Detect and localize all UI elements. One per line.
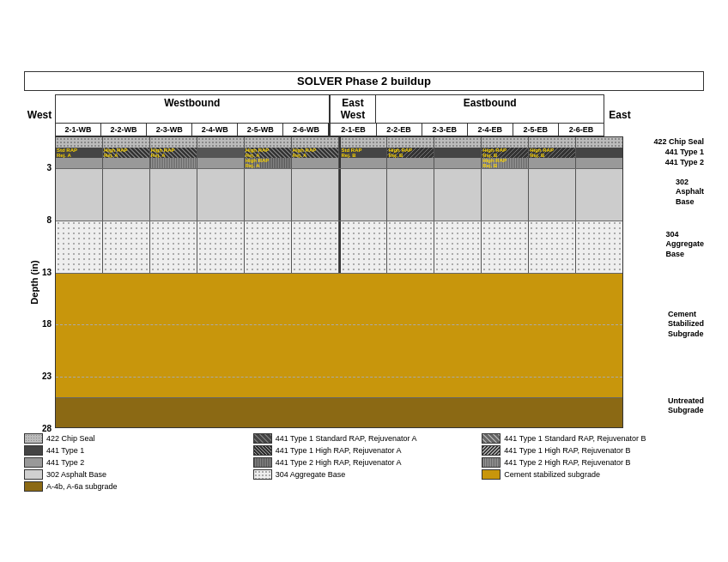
col-2-4-eb: High RAPRej. B High RAPRej. B xyxy=(482,137,529,273)
legend: 422 Chip Seal 441 Type 1 Standard RAP, R… xyxy=(24,433,704,492)
col-2-1-eb: Std RAPRej. B xyxy=(339,137,388,273)
sec-2-3-eb: 2-3-EB xyxy=(422,124,468,136)
depth-tick-8: 8 xyxy=(46,215,52,224)
legend-box-asphalt xyxy=(24,469,43,480)
col-2-5-eb: High RAPRej. B xyxy=(529,137,576,273)
col-2-4-wb xyxy=(197,137,245,273)
header-row: West Westbound EastWest Eastbound 2-1-WB… xyxy=(24,94,704,136)
legend-type2-high-rap-b: 441 Type 2 High RAP, Rejuvenator B xyxy=(482,457,704,468)
legend-label-std-rap-b: 441 Type 1 Standard RAP, Rejuvenator B xyxy=(504,434,646,443)
depth-axis: Depth (in) 3813182328 xyxy=(24,136,55,428)
chart-grid: Std RAPRej. A High RAPRej. A xyxy=(55,136,623,428)
legend-label-chipseal: 422 Chip Seal xyxy=(46,434,95,443)
sec-2-5-eb: 2-5-EB xyxy=(513,124,559,136)
sec-2-3-wb: 2-3-WB xyxy=(147,124,192,136)
legend-box-type2-high-rap-b xyxy=(482,457,500,468)
east-west-divider: EastWest xyxy=(330,95,377,123)
legend-aggregate: 304 Aggregate Base xyxy=(253,469,476,480)
legend-box-high-rap-a xyxy=(253,445,272,456)
right-labels: 422 Chip Seal 441 Type 1 441 Type 2 302A… xyxy=(627,136,704,428)
east-label: East xyxy=(604,94,635,136)
chart-area: Std RAPRej. A High RAPRej. A xyxy=(55,136,623,428)
chart-body: Depth (in) 3813182328 xyxy=(24,136,704,428)
legend-label-cement: Cement stabilized subgrade xyxy=(504,470,600,479)
label-untreated: UntreatedSubgrade xyxy=(668,396,704,416)
legend-std-rap-b: 441 Type 1 Standard RAP, Rejuvenator B xyxy=(482,433,704,444)
columns-container: Std RAPRej. A High RAPRej. A xyxy=(56,137,622,273)
col-2-2-eb: High RAPRej. B xyxy=(387,137,434,273)
sec-2-5-wb: 2-5-WB xyxy=(238,124,283,136)
legend-chipseal: 422 Chip Seal xyxy=(24,433,246,444)
depth-tick-18: 18 xyxy=(42,318,52,328)
eastbound-label: Eastbound xyxy=(376,95,604,123)
legend-std-rap-a: 441 Type 1 Standard RAP, Rejuvenator A xyxy=(253,433,476,444)
label-type2: 441 Type 2 xyxy=(665,157,704,166)
westbound-label: Westbound xyxy=(56,95,330,123)
legend-box-chipseal xyxy=(24,433,43,444)
label-chipseal: 422 Chip Seal xyxy=(653,136,704,146)
legend-label-aggregate: 304 Aggregate Base xyxy=(276,470,346,479)
depth-tick-13: 13 xyxy=(42,267,52,276)
depth-tick-3: 3 xyxy=(46,162,52,172)
sec-2-1-eb: 2-1-EB xyxy=(329,124,376,136)
sec-2-2-wb: 2-2-WB xyxy=(101,124,147,136)
legend-label-a4b: A-4b, A-6a subgrade xyxy=(46,482,118,491)
legend-label-type2-high-rap-a: 441 Type 2 High RAP, Rejuvenator A xyxy=(276,458,402,467)
cement-layer xyxy=(56,273,622,397)
col-2-2-wb: High RAPRej. A xyxy=(103,137,150,273)
legend-box-type2 xyxy=(24,457,43,468)
sec-2-6-wb: 2-6-WB xyxy=(283,124,329,136)
sec-2-4-eb: 2-4-EB xyxy=(468,124,513,136)
chart-title: SOLVER Phase 2 buildup xyxy=(24,71,704,91)
direction-row: Westbound EastWest Eastbound xyxy=(55,94,604,123)
legend-high-rap-b: 441 Type 1 High RAP, Rejuvenator B xyxy=(482,445,704,456)
legend-label-type2-high-rap-b: 441 Type 2 High RAP, Rejuvenator B xyxy=(504,458,630,467)
col-2-1-wb: Std RAPRej. A xyxy=(56,137,103,273)
label-cement: CementStabilizedSubgrade xyxy=(668,310,704,340)
legend-label-high-rap-a: 441 Type 1 High RAP, Rejuvenator A xyxy=(276,446,402,455)
west-label: West xyxy=(24,94,55,136)
sec-2-1-wb: 2-1-WB xyxy=(56,124,101,136)
section-row: 2-1-WB 2-2-WB 2-3-WB 2-4-WB 2-5-WB 2-6-W… xyxy=(55,123,604,136)
legend-box-type1 xyxy=(24,445,43,456)
main-container: SOLVER Phase 2 buildup West Westbound Ea… xyxy=(12,63,716,500)
legend-label-type1: 441 Type 1 xyxy=(46,446,84,455)
legend-box-aggregate xyxy=(253,469,272,480)
legend-label-std-rap-a: 441 Type 1 Standard RAP, Rejuvenator A xyxy=(276,434,417,443)
legend-type2: 441 Type 2 xyxy=(24,457,246,468)
legend-label-type2: 441 Type 2 xyxy=(46,458,84,467)
col-2-5-wb: High RAPRej. A High RAPRej. A xyxy=(245,137,292,273)
legend-box-std-rap-a xyxy=(253,433,272,444)
legend-label-high-rap-b: 441 Type 1 High RAP, Rejuvenator B xyxy=(504,446,630,455)
legend-box-type2-high-rap-a xyxy=(253,457,272,468)
legend-asphalt: 302 Asphalt Base xyxy=(24,469,246,480)
sec-2-6-eb: 2-6-EB xyxy=(559,124,604,136)
legend-a4b: A-4b, A-6a subgrade xyxy=(24,481,246,492)
legend-type1: 441 Type 1 xyxy=(24,445,246,456)
legend-box-a4b xyxy=(24,481,43,492)
label-asphalt: 302AsphaltBase xyxy=(676,178,704,208)
legend-cement: Cement stabilized subgrade xyxy=(482,469,704,480)
untreated-layer xyxy=(56,397,622,428)
label-aggregate: 304AggregateBase xyxy=(665,230,704,260)
legend-box-high-rap-b xyxy=(482,445,500,456)
depth-tick-28: 28 xyxy=(42,423,52,432)
sec-2-2-eb: 2-2-EB xyxy=(377,124,422,136)
col-2-3-wb: High RAPRej. A xyxy=(150,137,197,273)
col-2-6-wb: High RAPRej. A xyxy=(292,137,339,273)
label-type1: 441 Type 1 xyxy=(665,147,704,156)
depth-tick-23: 23 xyxy=(42,371,52,380)
col-2-6-eb xyxy=(576,137,622,273)
sec-2-4-wb: 2-4-WB xyxy=(192,124,238,136)
header-inner: Westbound EastWest Eastbound 2-1-WB 2-2-… xyxy=(55,94,604,136)
col-2-3-eb xyxy=(434,137,482,273)
legend-type2-high-rap-a: 441 Type 2 High RAP, Rejuvenator A xyxy=(253,457,476,468)
legend-label-asphalt: 302 Asphalt Base xyxy=(46,470,106,479)
legend-high-rap-a: 441 Type 1 High RAP, Rejuvenator A xyxy=(253,445,476,456)
depth-axis-label: Depth (in) xyxy=(29,260,39,304)
legend-box-cement xyxy=(482,469,500,480)
legend-box-std-rap-b xyxy=(482,433,500,444)
